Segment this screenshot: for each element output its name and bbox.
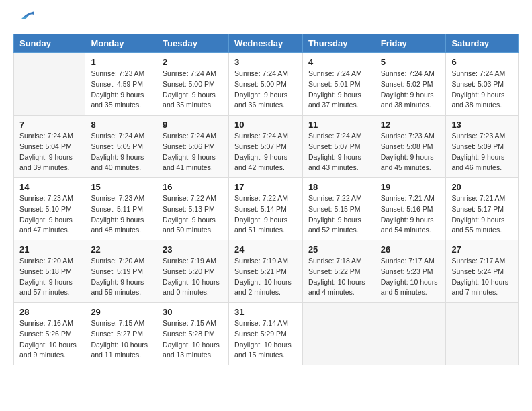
column-header-tuesday: Tuesday bbox=[157, 34, 229, 53]
day-number: 30 bbox=[163, 307, 223, 317]
calendar-cell: 20Sunrise: 7:21 AMSunset: 5:17 PMDayligh… bbox=[446, 178, 519, 240]
day-number: 10 bbox=[234, 120, 297, 130]
calendar-cell: 11Sunrise: 7:24 AMSunset: 5:07 PMDayligh… bbox=[302, 116, 375, 178]
calendar-cell: 18Sunrise: 7:22 AMSunset: 5:15 PMDayligh… bbox=[302, 178, 375, 240]
day-number: 29 bbox=[91, 307, 151, 317]
day-info: Sunrise: 7:22 AMSunset: 5:13 PMDaylight:… bbox=[163, 193, 223, 236]
calendar-table: SundayMondayTuesdayWednesdayThursdayFrid… bbox=[13, 34, 519, 365]
day-info: Sunrise: 7:14 AMSunset: 5:29 PMDaylight:… bbox=[234, 318, 297, 361]
day-number: 2 bbox=[163, 57, 223, 67]
calendar-cell: 30Sunrise: 7:15 AMSunset: 5:28 PMDayligh… bbox=[157, 303, 229, 365]
column-header-wednesday: Wednesday bbox=[229, 34, 303, 53]
calendar-cell: 1Sunrise: 7:23 AMSunset: 4:59 PMDaylight… bbox=[85, 53, 157, 116]
day-info: Sunrise: 7:24 AMSunset: 5:00 PMDaylight:… bbox=[234, 68, 297, 111]
calendar-cell: 9Sunrise: 7:24 AMSunset: 5:06 PMDaylight… bbox=[157, 116, 229, 178]
calendar-cell bbox=[375, 303, 446, 365]
day-info: Sunrise: 7:21 AMSunset: 5:16 PMDaylight:… bbox=[381, 193, 441, 236]
day-info: Sunrise: 7:24 AMSunset: 5:02 PMDaylight:… bbox=[381, 68, 441, 111]
calendar-cell: 28Sunrise: 7:16 AMSunset: 5:26 PMDayligh… bbox=[14, 303, 85, 365]
calendar-cell: 5Sunrise: 7:24 AMSunset: 5:02 PMDaylight… bbox=[375, 53, 446, 116]
day-number: 25 bbox=[308, 244, 369, 255]
day-number: 5 bbox=[381, 57, 441, 67]
day-info: Sunrise: 7:20 AMSunset: 5:18 PMDaylight:… bbox=[19, 256, 79, 298]
day-number: 11 bbox=[308, 120, 369, 130]
calendar-week-row: 21Sunrise: 7:20 AMSunset: 5:18 PMDayligh… bbox=[14, 240, 519, 303]
day-number: 27 bbox=[451, 244, 513, 255]
day-info: Sunrise: 7:20 AMSunset: 5:19 PMDaylight:… bbox=[91, 256, 151, 298]
day-number: 24 bbox=[234, 244, 297, 255]
day-number: 31 bbox=[234, 307, 297, 317]
day-number: 21 bbox=[19, 244, 79, 255]
calendar-cell: 2Sunrise: 7:24 AMSunset: 5:00 PMDaylight… bbox=[157, 53, 229, 116]
calendar-cell bbox=[14, 53, 85, 116]
calendar-cell: 31Sunrise: 7:14 AMSunset: 5:29 PMDayligh… bbox=[229, 303, 303, 365]
calendar-cell: 12Sunrise: 7:23 AMSunset: 5:08 PMDayligh… bbox=[375, 116, 446, 178]
day-number: 17 bbox=[234, 182, 297, 192]
day-info: Sunrise: 7:18 AMSunset: 5:22 PMDaylight:… bbox=[308, 256, 369, 298]
day-info: Sunrise: 7:23 AMSunset: 4:59 PMDaylight:… bbox=[91, 68, 151, 111]
day-number: 6 bbox=[451, 57, 513, 67]
day-number: 1 bbox=[91, 57, 151, 67]
day-number: 16 bbox=[163, 182, 223, 192]
calendar-week-row: 28Sunrise: 7:16 AMSunset: 5:26 PMDayligh… bbox=[14, 303, 519, 365]
calendar-cell: 23Sunrise: 7:19 AMSunset: 5:20 PMDayligh… bbox=[157, 240, 229, 303]
day-number: 13 bbox=[451, 120, 513, 130]
calendar-cell: 15Sunrise: 7:23 AMSunset: 5:11 PMDayligh… bbox=[85, 178, 157, 240]
column-header-friday: Friday bbox=[375, 34, 446, 53]
day-info: Sunrise: 7:24 AMSunset: 5:07 PMDaylight:… bbox=[234, 131, 297, 173]
calendar-cell: 7Sunrise: 7:24 AMSunset: 5:04 PMDaylight… bbox=[14, 116, 85, 178]
day-info: Sunrise: 7:24 AMSunset: 5:03 PMDaylight:… bbox=[451, 68, 513, 111]
day-number: 3 bbox=[234, 57, 297, 67]
calendar-cell: 29Sunrise: 7:15 AMSunset: 5:27 PMDayligh… bbox=[85, 303, 157, 365]
day-info: Sunrise: 7:15 AMSunset: 5:28 PMDaylight:… bbox=[163, 318, 223, 361]
day-number: 9 bbox=[163, 120, 223, 130]
logo-bird-icon bbox=[13, 11, 35, 26]
calendar-cell: 13Sunrise: 7:23 AMSunset: 5:09 PMDayligh… bbox=[446, 116, 519, 178]
day-info: Sunrise: 7:24 AMSunset: 5:07 PMDaylight:… bbox=[308, 131, 369, 173]
day-number: 19 bbox=[381, 182, 441, 192]
column-header-thursday: Thursday bbox=[302, 34, 375, 53]
day-number: 15 bbox=[91, 182, 151, 192]
calendar-header-row: SundayMondayTuesdayWednesdayThursdayFrid… bbox=[14, 34, 519, 53]
day-info: Sunrise: 7:19 AMSunset: 5:21 PMDaylight:… bbox=[234, 256, 297, 298]
day-info: Sunrise: 7:22 AMSunset: 5:15 PMDaylight:… bbox=[308, 193, 369, 236]
day-number: 14 bbox=[19, 182, 79, 192]
page-header bbox=[13, 11, 519, 26]
day-info: Sunrise: 7:24 AMSunset: 5:04 PMDaylight:… bbox=[19, 131, 79, 173]
day-info: Sunrise: 7:24 AMSunset: 5:05 PMDaylight:… bbox=[91, 131, 151, 173]
day-info: Sunrise: 7:24 AMSunset: 5:01 PMDaylight:… bbox=[308, 68, 369, 111]
calendar-week-row: 1Sunrise: 7:23 AMSunset: 4:59 PMDaylight… bbox=[14, 53, 519, 116]
calendar-cell bbox=[302, 303, 375, 365]
calendar-cell: 14Sunrise: 7:23 AMSunset: 5:10 PMDayligh… bbox=[14, 178, 85, 240]
calendar-cell: 19Sunrise: 7:21 AMSunset: 5:16 PMDayligh… bbox=[375, 178, 446, 240]
calendar-cell: 6Sunrise: 7:24 AMSunset: 5:03 PMDaylight… bbox=[446, 53, 519, 116]
day-info: Sunrise: 7:24 AMSunset: 5:06 PMDaylight:… bbox=[163, 131, 223, 173]
calendar-cell: 27Sunrise: 7:17 AMSunset: 5:24 PMDayligh… bbox=[446, 240, 519, 303]
day-info: Sunrise: 7:16 AMSunset: 5:26 PMDaylight:… bbox=[19, 318, 79, 361]
day-number: 4 bbox=[308, 57, 369, 67]
day-number: 8 bbox=[91, 120, 151, 130]
calendar-week-row: 14Sunrise: 7:23 AMSunset: 5:10 PMDayligh… bbox=[14, 178, 519, 240]
column-header-sunday: Sunday bbox=[14, 34, 85, 53]
day-info: Sunrise: 7:21 AMSunset: 5:17 PMDaylight:… bbox=[451, 193, 513, 236]
day-info: Sunrise: 7:23 AMSunset: 5:09 PMDaylight:… bbox=[451, 131, 513, 173]
day-info: Sunrise: 7:24 AMSunset: 5:00 PMDaylight:… bbox=[163, 68, 223, 111]
day-info: Sunrise: 7:17 AMSunset: 5:23 PMDaylight:… bbox=[381, 256, 441, 298]
day-number: 12 bbox=[381, 120, 441, 130]
calendar-cell: 22Sunrise: 7:20 AMSunset: 5:19 PMDayligh… bbox=[85, 240, 157, 303]
day-info: Sunrise: 7:23 AMSunset: 5:08 PMDaylight:… bbox=[381, 131, 441, 173]
calendar-cell: 25Sunrise: 7:18 AMSunset: 5:22 PMDayligh… bbox=[302, 240, 375, 303]
calendar-cell: 3Sunrise: 7:24 AMSunset: 5:00 PMDaylight… bbox=[229, 53, 303, 116]
day-info: Sunrise: 7:22 AMSunset: 5:14 PMDaylight:… bbox=[234, 193, 297, 236]
calendar-cell bbox=[446, 303, 519, 365]
calendar-cell: 24Sunrise: 7:19 AMSunset: 5:21 PMDayligh… bbox=[229, 240, 303, 303]
logo bbox=[13, 11, 38, 26]
calendar-cell: 21Sunrise: 7:20 AMSunset: 5:18 PMDayligh… bbox=[14, 240, 85, 303]
day-number: 28 bbox=[19, 307, 79, 317]
calendar-cell: 4Sunrise: 7:24 AMSunset: 5:01 PMDaylight… bbox=[302, 53, 375, 116]
calendar-cell: 8Sunrise: 7:24 AMSunset: 5:05 PMDaylight… bbox=[85, 116, 157, 178]
calendar-cell: 17Sunrise: 7:22 AMSunset: 5:14 PMDayligh… bbox=[229, 178, 303, 240]
day-info: Sunrise: 7:15 AMSunset: 5:27 PMDaylight:… bbox=[91, 318, 151, 361]
day-number: 26 bbox=[381, 244, 441, 255]
column-header-monday: Monday bbox=[85, 34, 157, 53]
